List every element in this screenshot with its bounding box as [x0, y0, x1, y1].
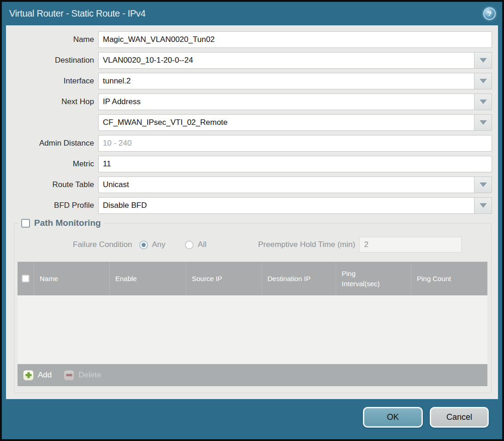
interface-input[interactable]: [99, 73, 474, 89]
column-label: Destination IP: [267, 275, 310, 282]
path-monitoring-section: Path Monitoring Failure Condition Any Al…: [14, 218, 492, 393]
preemptive-hold-time-label: Preemptive Hold Time (min): [258, 240, 356, 249]
delete-icon: [64, 370, 74, 381]
table-header-destination-ip[interactable]: Destination IP: [262, 262, 336, 295]
chevron-down-icon: [480, 100, 487, 104]
dialog-window: Virtual Router - Static Route - IPv4 ? N…: [0, 0, 504, 441]
dialog-content: Name Destination Interface Next Hop: [6, 25, 498, 399]
destination-field: [98, 52, 492, 69]
table-header-name[interactable]: Name: [34, 262, 110, 295]
interface-field: [98, 73, 492, 89]
next-hop-address-dropdown-button[interactable]: [474, 115, 492, 130]
failure-condition-row: Failure Condition Any All Preemptive Hol…: [18, 236, 487, 253]
chevron-down-icon: [480, 120, 487, 125]
table-header-checkbox-cell: [18, 262, 34, 295]
interface-label: Interface: [6, 76, 98, 86]
destination-input[interactable]: [99, 53, 474, 68]
dialog-title: Virtual Router - Static Route - IPv4: [9, 8, 146, 19]
table-body-empty: [18, 295, 487, 364]
route-table-label: Route Table: [6, 180, 98, 189]
table-header-enable[interactable]: Enable: [110, 262, 186, 295]
failure-condition-label: Failure Condition: [73, 240, 132, 249]
delete-button-label: Delete: [78, 370, 101, 380]
table-header-ping-interval[interactable]: Ping Interval(sec): [336, 262, 411, 295]
form-row-next-hop: Next Hop: [6, 94, 498, 110]
preemptive-hold-time-input[interactable]: [359, 237, 462, 253]
form-row-admin-distance: Admin Distance: [6, 135, 498, 152]
column-label: Ping Count: [417, 275, 451, 282]
dialog-footer: OK Cancel: [2, 399, 502, 439]
help-icon[interactable]: ?: [483, 7, 496, 20]
add-button[interactable]: Add: [23, 370, 52, 381]
path-monitoring-table: Name Enable Source IP Destination IP Pin…: [18, 262, 487, 386]
add-icon: [23, 370, 34, 381]
column-label: Name: [40, 275, 58, 282]
path-monitoring-title: Path Monitoring: [34, 218, 101, 228]
metric-input[interactable]: [99, 156, 492, 172]
admin-distance-label: Admin Distance: [6, 139, 98, 148]
bfd-profile-field: [98, 197, 492, 214]
table-toolbar: Add Delete: [18, 364, 487, 386]
form-row-interface: Interface: [6, 73, 498, 89]
name-input[interactable]: [99, 32, 492, 47]
dialog-titlebar: Virtual Router - Static Route - IPv4 ?: [2, 2, 502, 25]
column-label: Enable: [115, 275, 137, 282]
route-table-field: [98, 176, 492, 193]
form-row-route-table: Route Table: [6, 176, 498, 193]
chevron-down-icon: [480, 79, 487, 83]
bfd-profile-label: BFD Profile: [6, 201, 98, 210]
form-row-name: Name: [6, 31, 498, 48]
add-button-label: Add: [38, 370, 52, 380]
metric-field: [98, 156, 492, 172]
cancel-button[interactable]: Cancel: [430, 407, 489, 428]
metric-label: Metric: [6, 159, 98, 169]
column-label: Ping Interval(sec): [342, 269, 388, 289]
form-row-metric: Metric: [6, 156, 498, 172]
next-hop-label: Next Hop: [6, 97, 98, 106]
table-header-ping-count[interactable]: Ping Count: [411, 262, 487, 295]
failure-condition-all-option[interactable]: All: [185, 240, 207, 249]
radio-any-label: Any: [152, 240, 166, 249]
interface-dropdown-button[interactable]: [474, 73, 492, 89]
next-hop-address-input[interactable]: [99, 115, 474, 130]
admin-distance-field: [98, 135, 492, 152]
destination-label: Destination: [6, 56, 98, 65]
form-row-destination: Destination: [6, 52, 498, 69]
form-row-bfd-profile: BFD Profile: [6, 197, 498, 214]
chevron-down-icon: [480, 203, 487, 208]
failure-condition-any-option[interactable]: Any: [139, 240, 166, 249]
ok-button[interactable]: OK: [363, 407, 423, 428]
column-label: Source IP: [192, 275, 222, 282]
delete-button[interactable]: Delete: [64, 370, 101, 381]
path-monitoring-checkbox[interactable]: [21, 219, 30, 228]
name-label: Name: [6, 35, 98, 44]
route-table-dropdown-button[interactable]: [474, 177, 492, 193]
table-header-row: Name Enable Source IP Destination IP Pin…: [18, 262, 487, 295]
name-field: [98, 31, 492, 48]
next-hop-address-field: [98, 114, 492, 131]
admin-distance-input[interactable]: [99, 135, 492, 151]
radio-all-icon: [185, 241, 194, 249]
chevron-down-icon: [480, 58, 487, 63]
path-monitoring-legend: Path Monitoring: [18, 218, 104, 228]
destination-dropdown-button[interactable]: [474, 53, 492, 68]
table-header-source-ip[interactable]: Source IP: [186, 262, 262, 295]
form-row-next-hop-address: [6, 114, 498, 131]
radio-all-label: All: [198, 240, 207, 249]
next-hop-type-field: [98, 94, 492, 110]
next-hop-type-dropdown-button[interactable]: [474, 94, 492, 110]
next-hop-type-input[interactable]: [99, 94, 474, 110]
bfd-profile-dropdown-button[interactable]: [474, 198, 492, 213]
route-table-input[interactable]: [99, 177, 474, 193]
chevron-down-icon: [480, 182, 487, 187]
select-all-checkbox[interactable]: [22, 275, 30, 282]
bfd-profile-input[interactable]: [99, 198, 474, 213]
radio-any-icon: [139, 241, 148, 249]
